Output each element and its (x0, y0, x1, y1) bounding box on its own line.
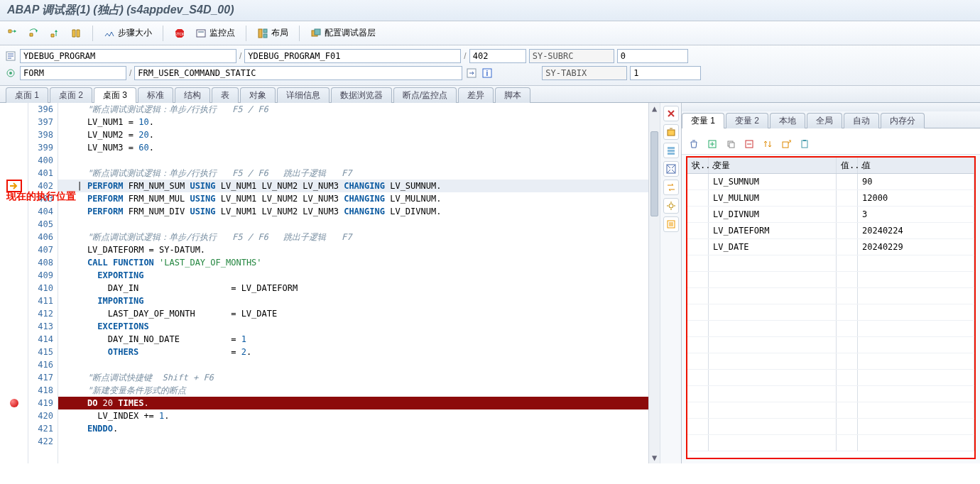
variable-row-empty[interactable] (687, 419, 974, 435)
config-layers-button[interactable]: 配置调试器层 (307, 25, 379, 42)
step-over-button[interactable] (24, 25, 43, 42)
code-line-403[interactable]: PERFORM FRM_NUM_MUL USING LV_NUM1 LV_NUM… (58, 192, 660, 205)
stop-icon[interactable]: STOP (170, 25, 189, 42)
main-tab-4[interactable]: 结构 (175, 87, 210, 103)
clipboard-icon[interactable] (797, 137, 812, 151)
code-line-413[interactable]: EXCEPTIONS (58, 320, 660, 333)
code-line-411[interactable]: IMPORTING (58, 295, 660, 307)
scroll-down-icon[interactable]: ▼ (649, 452, 660, 463)
form-field[interactable] (134, 66, 462, 80)
code-line-401[interactable]: "断点调试测试逻辑：单步/行执行 F5 / F6 跳出子逻辑 F7 (58, 167, 660, 180)
variable-row-empty[interactable] (687, 255, 974, 272)
variable-row[interactable]: LV_DATEFORM20240224 (687, 223, 974, 239)
variable-row-empty[interactable] (687, 386, 974, 402)
expand-icon[interactable] (663, 161, 679, 177)
main-tab-0[interactable]: 桌面 1 (6, 87, 48, 103)
variable-row-empty[interactable] (687, 402, 974, 419)
layout-button[interactable]: 布局 (254, 25, 292, 42)
main-tab-10[interactable]: 差异 (458, 87, 494, 103)
event-field[interactable] (20, 66, 126, 80)
code-line-417[interactable]: "断点调试快捷键 Shift + F6 (58, 371, 660, 384)
line-field[interactable] (469, 49, 526, 63)
scroll-thumb[interactable] (650, 131, 658, 216)
code-line-409[interactable]: EXPORTING (58, 269, 660, 282)
variable-row-empty[interactable] (687, 288, 974, 304)
code-line-396[interactable]: "断点调试测试逻辑：单步/行执行 F5 / F6 (58, 103, 660, 116)
code-line-415[interactable]: OTHERS = 2. (58, 346, 660, 358)
code-line-419[interactable]: DO 20 TIMES. (58, 397, 660, 409)
code-line-420[interactable]: LV_INDEX += 1. (58, 409, 660, 422)
code-line-399[interactable]: LV_NUM3 = 60. (58, 141, 660, 154)
code-line-400[interactable] (58, 154, 660, 167)
variable-row-empty[interactable] (687, 304, 974, 321)
variable-row-empty[interactable] (687, 353, 974, 370)
watchpoint-button[interactable]: 监控点 (192, 25, 239, 42)
main-tab-2[interactable]: 桌面 3 (94, 87, 136, 103)
variable-row[interactable]: LV_DATE20240229 (687, 239, 974, 255)
var-tab-4[interactable]: 自动 (844, 113, 879, 128)
code-scrollbar[interactable]: ▲ ▼ (648, 103, 660, 463)
variable-row-empty[interactable] (687, 321, 974, 337)
step-size-button[interactable]: 步骤大小 (100, 25, 156, 42)
variable-row-empty[interactable] (687, 272, 974, 288)
var-tab-0[interactable]: 变量 1 (682, 113, 724, 128)
main-tab-9[interactable]: 断点/监控点 (393, 87, 457, 103)
export-icon[interactable] (778, 137, 794, 151)
variable-row-empty[interactable] (687, 435, 974, 451)
variable-row-empty[interactable] (687, 337, 974, 353)
code-line-414[interactable]: DAY_IN_NO_DATE = 1 (58, 333, 660, 346)
new-window-icon[interactable] (663, 124, 679, 140)
code-line-412[interactable]: LAST_DAY_OF_MONTH = LV_DATE (58, 307, 660, 320)
code-line-418[interactable]: "新建变量条件形式的断点 (58, 384, 660, 397)
code-line-405[interactable] (58, 218, 660, 231)
main-tab-3[interactable]: 标准 (138, 87, 173, 103)
copy-row-icon[interactable] (723, 137, 739, 151)
main-tab-1[interactable]: 桌面 2 (50, 87, 92, 103)
code-line-408[interactable]: CALL FUNCTION 'LAST_DAY_OF_MONTHS' (58, 256, 660, 269)
variable-row[interactable]: LV_SUMNUM90 (687, 174, 974, 190)
close-icon[interactable] (663, 106, 679, 121)
code-line-404[interactable]: PERFORM FRM_NUM_DIV USING LV_NUM1 LV_NUM… (58, 205, 660, 218)
var-tab-3[interactable]: 全局 (807, 113, 842, 128)
variable-row[interactable]: LV_DIVNUM3 (687, 207, 974, 223)
code-line-421[interactable]: ENDDO. (58, 422, 660, 435)
var-tab-1[interactable]: 变量 2 (726, 113, 768, 128)
var-tab-5[interactable]: 内存分 (881, 113, 925, 128)
main-tab-8[interactable]: 数据浏览器 (331, 87, 392, 103)
swap-icon[interactable] (663, 180, 679, 195)
code-line-410[interactable]: DAY_IN = LV_DATEFORM (58, 282, 660, 295)
main-tab-11[interactable]: 脚本 (495, 87, 530, 103)
code-line-406[interactable]: "断点调试测试逻辑：单步/行执行 F5 / F6 跳出子逻辑 F7 (58, 231, 660, 243)
scroll-up-icon[interactable]: ▲ (649, 103, 660, 114)
sy-subrc-value[interactable] (617, 49, 688, 63)
nav-icon[interactable] (465, 68, 478, 78)
stack-icon[interactable] (663, 143, 679, 158)
sy-tabix-value[interactable] (630, 66, 701, 80)
code-line-402[interactable]: | PERFORM FRM_NUM_SUM USING LV_NUM1 LV_N… (58, 180, 660, 192)
delete-row-icon[interactable] (741, 137, 757, 151)
code-line-407[interactable]: LV_DATEFORM = SY-DATUM. (58, 243, 660, 256)
col-variable[interactable]: 变量 (709, 158, 837, 173)
program-field[interactable] (20, 49, 236, 63)
step-into-button[interactable] (3, 25, 21, 42)
main-tab-7[interactable]: 详细信息 (277, 87, 330, 103)
settings-icon[interactable] (663, 198, 679, 214)
sort-icon[interactable] (760, 137, 775, 151)
variable-row[interactable]: LV_MULNUM12000 (687, 190, 974, 207)
include-field[interactable] (244, 49, 461, 63)
col-value[interactable]: 值 (858, 158, 974, 173)
breakpoint-gutter[interactable] (0, 103, 28, 463)
delete-icon[interactable] (686, 137, 702, 151)
code-line-416[interactable] (58, 358, 660, 371)
variables-table[interactable]: 状... 变量 值... 值 LV_SUMNUM90LV_MULNUM12000… (686, 156, 976, 459)
col-status[interactable]: 状... (687, 158, 709, 173)
col-valtype[interactable]: 值... (837, 158, 858, 173)
breakpoint-icon[interactable] (10, 399, 18, 407)
main-tab-5[interactable]: 表 (212, 87, 239, 103)
var-tab-2[interactable]: 本地 (770, 113, 805, 128)
code-body[interactable]: "断点调试测试逻辑：单步/行执行 F5 / F6 LV_NUM1 = 10. L… (58, 103, 660, 463)
code-line-398[interactable]: LV_NUM2 = 20. (58, 128, 660, 141)
continue-button[interactable] (67, 25, 85, 42)
list-icon[interactable] (663, 216, 679, 232)
step-out-button[interactable] (45, 25, 64, 42)
